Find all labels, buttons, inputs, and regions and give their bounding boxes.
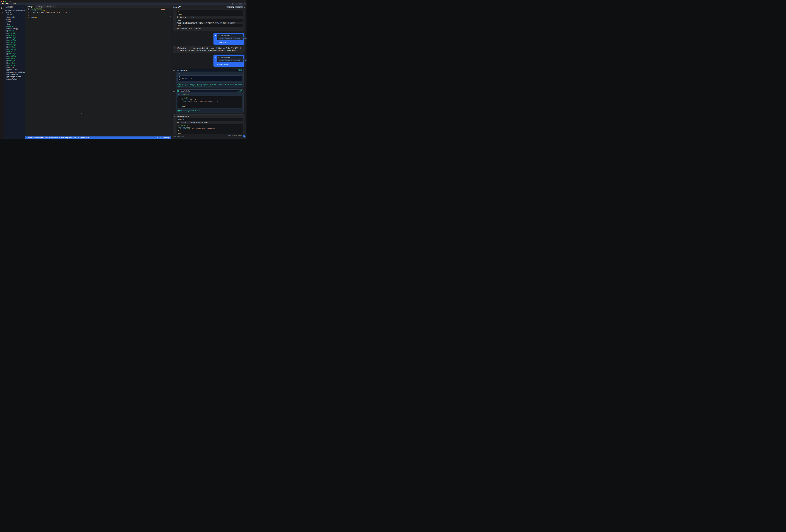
- tree-item-demo31.js[interactable]: demo31.js: [4, 53, 25, 55]
- close-window-button[interactable]: [1, 1, 2, 2]
- reference-chip-demo30.js[interactable]: demo30.js: [242, 59, 247, 61]
- tree-item-demo30.js[interactable]: demo30.js: [4, 50, 25, 53]
- ai-settings-icon[interactable]: [244, 6, 246, 8]
- chat-messages: } demo(); 这个文件包含了一个名为 demo 的函数，该函数会在控制台输…: [171, 9, 247, 134]
- params-label: 参数:: [178, 73, 242, 75]
- minimize-window-button[interactable]: [3, 1, 4, 2]
- tree-item-demo12.js[interactable]: demo12.js: [4, 34, 25, 37]
- code-line: 3 console.log("这是一个简单的JavaScript示例");: [178, 100, 241, 102]
- window-controls: [1, 1, 6, 2]
- code-token: "这是一个简单的JavaScript示例": [193, 100, 216, 102]
- settings-icon[interactable]: [232, 3, 234, 5]
- tree-item-label: react-native-multiple-image-p...: [8, 71, 25, 73]
- code-line: 5: [25, 15, 171, 17]
- path-chip[interactable]: demo.js: [182, 93, 190, 95]
- tree-item-label: demo32.js: [8, 55, 16, 57]
- tree-item-demo14.js[interactable]: demo14.js: [4, 37, 25, 39]
- panel-resize-handle[interactable]: [170, 17, 171, 17]
- reference-chip-demo10.js[interactable]: demo10.js: [242, 37, 247, 40]
- tree-item-tsconfig.build.json[interactable]: tsconfig.build.json: [4, 76, 25, 78]
- tree-item-label: src: [9, 23, 11, 25]
- code-token: "这是一个简单的JavaScript示例": [190, 128, 215, 130]
- tree-item-react-native-multiple-image-p...[interactable]: react-native-multiple-image-p...: [4, 71, 25, 73]
- status-language[interactable]: javascript: [163, 137, 169, 139]
- tree-item-label: demo12.js: [8, 34, 16, 36]
- minimap[interactable]: [161, 9, 165, 10]
- chat-references-card: chat.references Demo.jsdemo9.jsdemo30.js…: [217, 34, 243, 40]
- tree-item-demo6.js[interactable]: demo6.js: [4, 57, 25, 60]
- user-icon: [215, 56, 216, 66]
- reference-chip-demo30.js[interactable]: demo30.js: [233, 37, 241, 40]
- tree-item-demo21.js[interactable]: demo21.js: [4, 44, 25, 46]
- terminal-icon[interactable]: [235, 3, 237, 5]
- tab-demo-js[interactable]: demo.js: [25, 5, 35, 8]
- code-token: console: [183, 100, 189, 102]
- reference-chip-demo10.js[interactable]: demo10.js: [233, 59, 241, 61]
- tree-item-label: react-native-multiple-image-pic...: [6, 9, 25, 11]
- code-line: 5: [178, 104, 241, 105]
- tree-item-ios[interactable]: ios: [4, 18, 25, 21]
- model-select[interactable]: glm-4 ▲▼: [235, 6, 243, 8]
- tree-item-android[interactable]: android: [4, 16, 25, 18]
- line-number: 3: [178, 100, 181, 102]
- tree-item-label: demo15.js: [8, 39, 16, 41]
- tree-item-label: App.js: [8, 25, 13, 27]
- tree-item-label: .ifai: [9, 14, 12, 16]
- tree-item-README.md[interactable]: README.md: [4, 73, 25, 76]
- tree-item-label: tsconfig.json: [8, 78, 17, 80]
- open-folder-icon[interactable]: [22, 6, 23, 8]
- chat-scrollbar-thumb[interactable]: [246, 122, 246, 134]
- reference-chip-Demo.js[interactable]: Demo.js: [218, 59, 225, 61]
- file-menu[interactable]: 文件 ⌄: [14, 3, 18, 5]
- file-plus-icon: [177, 90, 179, 92]
- theme-brightness-icon[interactable]: [243, 3, 245, 5]
- tab-Demo-js[interactable]: Demo.js: [35, 5, 45, 8]
- code-editor[interactable]: 1// 伪代码示例2function demo() {3 console.log…: [25, 8, 171, 139]
- code-token: console: [180, 128, 186, 130]
- tree-item-demo.js[interactable]: demo.js: [4, 30, 25, 32]
- code-token: function: [178, 126, 185, 128]
- tree-item-demo15.js[interactable]: demo15.js: [4, 39, 25, 41]
- status-encoding[interactable]: UTF-8: [157, 137, 161, 139]
- tree-item-demo7.js[interactable]: demo7.js: [4, 60, 25, 62]
- tree-item-lib[interactable]: lib: [4, 21, 25, 23]
- tree-item-.git[interactable]: .git: [4, 11, 25, 14]
- provider-select[interactable]: 智谱AI ▲▼: [227, 6, 234, 8]
- tree-item-demo9.js[interactable]: demo9.js: [4, 64, 25, 67]
- explorer-icon[interactable]: [1, 7, 3, 9]
- reference-chip-Demo.js[interactable]: Demo.js: [218, 37, 225, 40]
- tree-item-demo8.js[interactable]: demo8.js: [4, 62, 25, 64]
- reference-chip-demo9.js[interactable]: demo9.js: [226, 59, 233, 61]
- code-line: }: [178, 130, 241, 131]
- tree-item-src[interactable]: src: [4, 23, 25, 25]
- tree-item-demo32.js[interactable]: demo32.js: [4, 55, 25, 57]
- tool-name: Create/Edit File: [180, 90, 190, 92]
- file-code-icon: [218, 57, 219, 58]
- user-text: 重新生成demo.js: [217, 63, 243, 66]
- zoom-window-button[interactable]: [5, 1, 6, 2]
- tree-item-LICENSE[interactable]: LICENSE: [4, 67, 25, 69]
- tool-result: 结果: Successfully wrote to demo.js: [176, 109, 244, 113]
- send-button[interactable]: [243, 135, 246, 138]
- reference-chip-demo9.js[interactable]: demo9.js: [226, 37, 233, 40]
- chevron-down-icon: ⌄: [17, 3, 18, 4]
- code-line: 6demo();: [25, 17, 171, 19]
- tree-item-label: demo14.js: [8, 37, 16, 39]
- tree-item-tsconfig.json[interactable]: tsconfig.json: [4, 78, 25, 80]
- tree-item-.ifai[interactable]: .ifai: [4, 14, 25, 16]
- tree-item-demo11.js[interactable]: demo11.js: [4, 32, 25, 34]
- tree-item-demo23.js[interactable]: demo23.js: [4, 48, 25, 50]
- tree-item-demo2.js[interactable]: demo2.js: [4, 41, 25, 44]
- chat-panel-icon[interactable]: [239, 3, 241, 5]
- tree-item-react-native-multiple-image-pic...[interactable]: react-native-multiple-image-pic...: [4, 9, 25, 11]
- code-token: log: [40, 11, 43, 14]
- tree-item-App.js[interactable]: App.js: [4, 25, 25, 27]
- tree-item-babel.config.js[interactable]: babel.config.js: [4, 27, 25, 30]
- reference-chips: Demo.jsdemo9.jsdemo30.jsdemo10.js: [218, 37, 242, 40]
- search-icon[interactable]: [1, 11, 3, 14]
- tree-item-package.json[interactable]: package.json: [4, 69, 25, 71]
- tab-demo11-js[interactable]: demo11.js: [45, 5, 56, 8]
- tree-item-demo22.js[interactable]: demo22.js: [4, 46, 25, 48]
- chat-input[interactable]: [173, 135, 221, 138]
- code-line: [178, 131, 241, 133]
